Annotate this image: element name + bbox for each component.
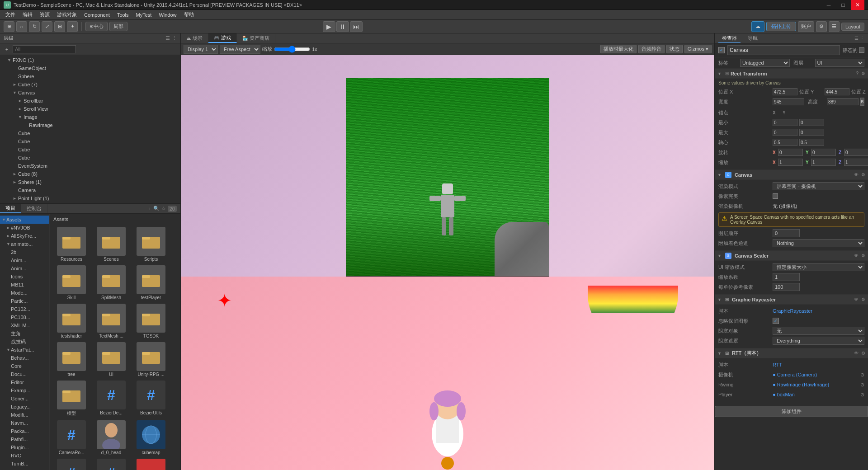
- scaler-eye[interactable]: 👁: [854, 253, 859, 258]
- tab-console[interactable]: 控制台: [21, 204, 47, 213]
- rot-x[interactable]: [778, 149, 803, 156]
- scale-x[interactable]: [778, 159, 803, 166]
- rect-r-btn[interactable]: R: [860, 98, 864, 106]
- menu-tools[interactable]: Tools: [113, 11, 132, 19]
- hierarchy-search[interactable]: [13, 45, 76, 53]
- raycaster-header[interactable]: ▼ ⊞ Graphic Raycaster 👁 ⚙: [715, 295, 868, 305]
- scale-z[interactable]: [844, 159, 868, 166]
- tree-item[interactable]: ►Cube (8): [0, 170, 180, 178]
- menu-file[interactable]: 文件: [2, 10, 19, 19]
- asset-resources[interactable]: Resources: [53, 227, 90, 262]
- menu-mytest[interactable]: MyTest: [132, 11, 156, 19]
- rtt-eye[interactable]: 👁: [854, 351, 859, 356]
- menu-help[interactable]: 帮助: [180, 10, 198, 19]
- folder-mode[interactable]: Mode...: [0, 289, 49, 297]
- width-input[interactable]: [773, 98, 804, 105]
- canvas-scaler-header[interactable]: ▼ S Canvas Scaler 👁 ⚙: [715, 251, 868, 261]
- scale-slider[interactable]: [274, 46, 310, 52]
- render-mode-select[interactable]: 屏幕空间 - 摄像机: [773, 182, 864, 190]
- menu-assets[interactable]: 资源: [36, 10, 53, 19]
- ignore-checkbox[interactable]: ✓: [773, 318, 779, 324]
- asset-tree[interactable]: tree: [53, 342, 90, 377]
- tree-item[interactable]: RawImage: [0, 121, 180, 129]
- tab-project[interactable]: 项目: [0, 204, 21, 213]
- additional-shader-select[interactable]: Nothing: [773, 239, 864, 247]
- folder-zhujiao[interactable]: 主角: [0, 329, 49, 338]
- eye-icon[interactable]: ?: [856, 71, 859, 76]
- minimize-button[interactable]: ─: [822, 0, 835, 10]
- anchor-max-y[interactable]: [799, 129, 824, 136]
- raycaster-eye[interactable]: 👁: [854, 297, 859, 302]
- pivot-x[interactable]: [773, 139, 797, 146]
- folder-editor1[interactable]: Editor: [0, 378, 49, 386]
- tree-item[interactable]: ►Point Light (1): [0, 194, 180, 202]
- tool-btn-2[interactable]: ↔: [16, 21, 27, 32]
- folder-core[interactable]: Core: [0, 362, 49, 370]
- mute-btn[interactable]: 音频静音: [638, 45, 665, 53]
- inspector-menu-icon[interactable]: ☰ ⋮: [854, 36, 864, 41]
- rect-transform-header[interactable]: ▼ ⊞ Rect Transform ? ⚙: [715, 69, 868, 79]
- folder-turnb[interactable]: TurnB...: [0, 460, 49, 468]
- blocking-obj-select[interactable]: 无: [773, 327, 864, 335]
- folder-mb11[interactable]: MB11: [0, 281, 49, 289]
- scale-y[interactable]: [811, 159, 836, 166]
- folder-navm[interactable]: Navm...: [0, 419, 49, 427]
- layer-select[interactable]: UI: [815, 59, 865, 67]
- asset-get-mode-h[interactable]: # getModeH...: [93, 459, 129, 470]
- menu-edit[interactable]: 编辑: [19, 10, 36, 19]
- asset-cubemap[interactable]: cubemap: [133, 420, 169, 455]
- rtt-camera-pick[interactable]: ⊙: [860, 372, 864, 378]
- ref-pixels-input[interactable]: [773, 283, 800, 291]
- tool-btn-1[interactable]: ⊕: [4, 21, 14, 32]
- account-btn[interactable]: 拓扑上传: [766, 22, 796, 31]
- account-label[interactable]: 账户: [798, 21, 814, 32]
- asset-splitmesh[interactable]: SplitMesh: [93, 265, 129, 300]
- active-checkbox[interactable]: ✓: [718, 47, 725, 53]
- asset-scenes[interactable]: Scenes: [93, 227, 129, 262]
- settings-btn[interactable]: ⚙: [816, 21, 827, 32]
- navigation-tab[interactable]: 导航: [744, 34, 761, 42]
- canvas-settings[interactable]: ⚙: [861, 172, 865, 177]
- tool-btn-6[interactable]: ✦: [67, 21, 78, 32]
- tree-item[interactable]: EventSystem: [0, 162, 180, 170]
- folder-anim1[interactable]: Anim...: [0, 256, 49, 264]
- cloud-btn[interactable]: ☁: [751, 21, 764, 32]
- pivot-center-btn[interactable]: ⊕中心: [85, 22, 108, 31]
- folder-pathfi[interactable]: Pathfi...: [0, 435, 49, 443]
- pos-x-input[interactable]: [773, 88, 797, 95]
- asset-testshader[interactable]: testshader: [53, 304, 90, 338]
- title-controls[interactable]: ─ □ ✕: [822, 0, 864, 10]
- play-button[interactable]: ▶: [323, 21, 335, 32]
- blocking-mask-select[interactable]: Everything: [773, 337, 864, 345]
- folder-icons[interactable]: Icons: [0, 273, 49, 281]
- layout-btn[interactable]: Layout: [841, 23, 864, 31]
- folder-xml[interactable]: XML M...: [0, 321, 49, 329]
- folder-partic[interactable]: Partic...: [0, 297, 49, 305]
- asset-textmesh[interactable]: TextMesh ...: [93, 304, 129, 338]
- canvas-header[interactable]: ▼ C Canvas 👁 ⚙: [715, 170, 868, 180]
- anchor-max-x[interactable]: [773, 129, 797, 136]
- asset-pdf[interactable]: PDF PDF: [133, 459, 169, 470]
- folder-2b[interactable]: 2b: [0, 248, 49, 256]
- tree-item[interactable]: ►Scroll View: [0, 105, 180, 113]
- search-icon[interactable]: 🔍: [153, 206, 160, 212]
- tab-game[interactable]: 🎮 游戏: [208, 33, 237, 43]
- display-select[interactable]: Display 1: [184, 45, 218, 54]
- tree-item[interactable]: ►Sphere (1): [0, 178, 180, 186]
- scale-factor-input[interactable]: [773, 273, 800, 281]
- height-input[interactable]: [827, 98, 859, 105]
- tool-btn-4[interactable]: ⤢: [42, 21, 52, 32]
- asset-draw[interactable]: # draw: [53, 459, 90, 470]
- tree-item-cube4[interactable]: Cube: [0, 154, 180, 162]
- folder-examp[interactable]: Examp...: [0, 386, 49, 395]
- tree-item[interactable]: Sphere: [0, 72, 180, 80]
- folder-rvo[interactable]: RVO: [0, 451, 49, 460]
- asset-unity-rpg[interactable]: Unity-RPG ...: [133, 342, 169, 377]
- folder-packa[interactable]: Packa...: [0, 427, 49, 435]
- step-button[interactable]: ⏭: [350, 21, 363, 32]
- pos-y-input[interactable]: [825, 88, 849, 95]
- tool-btn-5[interactable]: ⊞: [54, 21, 65, 32]
- menu-window[interactable]: Window: [155, 11, 180, 19]
- tree-item[interactable]: ►Scrollbar: [0, 97, 180, 105]
- star-icon[interactable]: ☆: [161, 206, 166, 212]
